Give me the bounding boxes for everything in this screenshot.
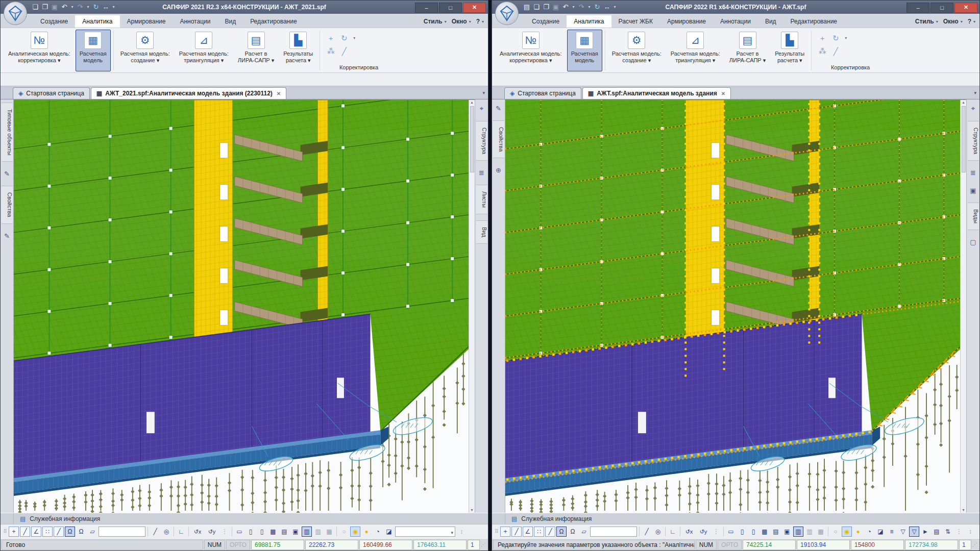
ribbon-tab-reinforcement[interactable]: Армирование: [660, 15, 713, 28]
scene-canvas[interactable]: [505, 100, 960, 513]
scroll-down-icon[interactable]: ▼: [962, 508, 965, 513]
toolbar-grip[interactable]: ⠿: [494, 527, 499, 537]
view-mode-current[interactable]: ▥: [793, 527, 803, 537]
scroll-handle[interactable]: [470, 106, 474, 172]
tool-align-mesh[interactable]: ╱: [337, 45, 351, 58]
database-icon[interactable]: ≣: [479, 169, 484, 177]
tool-merge-nodes[interactable]: ⁂: [816, 45, 829, 58]
rotate-x[interactable]: ↺x: [682, 527, 696, 537]
toolbar-icon[interactable]: [828, 527, 828, 536]
snap-line[interactable]: ╱: [20, 527, 30, 537]
view-mode-ghost[interactable]: ▥: [804, 527, 815, 537]
menu-help[interactable]: ?▾: [476, 18, 484, 25]
toolbar-icon[interactable]: [680, 527, 680, 536]
open-file-button[interactable]: ❐: [542, 3, 550, 12]
more-dots-2[interactable]: ⋮: [954, 527, 964, 537]
ortho-corner[interactable]: ∟: [176, 527, 186, 537]
btn-calc-results[interactable]: ▙Результаты расчета ▾: [279, 30, 317, 71]
edit-properties-icon[interactable]: ✎: [4, 232, 10, 240]
ortho-corner[interactable]: ∟: [668, 527, 678, 537]
ribbon-tab-view[interactable]: Вид: [217, 15, 243, 28]
new-file-button[interactable]: ❏: [532, 3, 541, 12]
ribbon-tab-annotations[interactable]: Аннотации: [173, 15, 217, 28]
tool-copy-rotate[interactable]: ↻: [337, 32, 351, 45]
axes-icon[interactable]: ⌖: [971, 105, 975, 113]
view-parallelepiped[interactable]: ▭: [726, 527, 736, 537]
ortho-indicator[interactable]: ОРТО: [226, 540, 250, 550]
filter-on[interactable]: ▽: [909, 527, 919, 537]
titlebar[interactable]: ▤❏❐▣↶▾↷▾↻↔▾ САПФИР 2022 R1 x64-КОНСТРУКЦ…: [492, 1, 979, 14]
redo-button[interactable]: ↷: [76, 3, 84, 12]
ribbon-tab-creation[interactable]: Создание: [33, 15, 75, 28]
tab-model[interactable]: ▦АЖТ.spf:Аналитическая модель здания✕: [582, 87, 731, 99]
service-info-bar[interactable]: ▤ Служебная информация: [492, 513, 979, 524]
draw-line[interactable]: ╱: [150, 527, 160, 537]
qat-customize-dropdown[interactable]: ▾: [612, 3, 617, 12]
snap-edge[interactable]: ╱: [54, 527, 64, 537]
document-icon[interactable]: ▢: [970, 238, 976, 246]
draw-circle[interactable]: ◎: [653, 527, 663, 537]
undo-dropdown[interactable]: ▾: [571, 3, 576, 12]
material-combo[interactable]: [395, 527, 455, 537]
rotate-y[interactable]: ↺y: [697, 527, 710, 537]
rotate-x[interactable]: ↺x: [191, 527, 204, 537]
panel-tab-properties[interactable]: Свойства: [493, 120, 504, 158]
view-mode-ghost[interactable]: ▥: [313, 527, 323, 537]
menu-help[interactable]: ?▾: [968, 18, 975, 25]
tab-list-dropdown-icon[interactable]: ▾: [482, 90, 485, 95]
ribbon-button[interactable]: [605, 31, 605, 70]
btn-calc-lira-sapr[interactable]: ▤Расчет в ЛИРА-САПР ▾: [234, 30, 278, 71]
view-box-open[interactable]: ▯: [737, 527, 747, 537]
minimize-button[interactable]: –: [906, 3, 929, 13]
search-icon[interactable]: ⊕: [496, 166, 501, 174]
btn-calc-model-create[interactable]: ⚙Расчетная модель: создание ▾: [116, 30, 174, 71]
save-button[interactable]: ▣: [552, 3, 560, 12]
coordinate-field[interactable]: [99, 527, 145, 537]
snap-points[interactable]: ∷: [534, 527, 544, 537]
view-mode-grid[interactable]: ▦: [816, 527, 826, 537]
panel-tab-structure[interactable]: Структура: [476, 121, 487, 161]
undo-button[interactable]: ↶: [561, 3, 570, 12]
ribbon-tab-creation[interactable]: Создание: [525, 15, 567, 28]
tool-copy-rotate[interactable]: ↻: [829, 32, 842, 45]
app-logo-icon[interactable]: [495, 2, 519, 25]
ribbon-tab-editing[interactable]: Редактирование: [243, 15, 304, 28]
btn-analytic-model-adjust[interactable]: №Аналитическая модель: корректировка ▾: [4, 30, 75, 71]
app-logo-icon[interactable]: [4, 2, 27, 25]
filter-off[interactable]: ▽: [898, 527, 908, 537]
view-parallelepiped[interactable]: ▭: [234, 527, 244, 537]
btn-calc-model-create[interactable]: ⚙Расчетная модель: создание ▾: [608, 30, 666, 71]
close-tab-icon[interactable]: ✕: [721, 91, 725, 96]
view-box-dashed[interactable]: ▣: [782, 527, 792, 537]
snap-grid[interactable]: +: [9, 527, 19, 537]
tool-move-nodes[interactable]: +: [816, 32, 829, 45]
ribbon-tab-rc-calc[interactable]: Расчет ЖБК: [611, 15, 660, 28]
vertical-scrollbar[interactable]: ▲ ▼: [960, 100, 966, 513]
snap-angle[interactable]: ∠: [31, 527, 41, 537]
list-view[interactable]: ▤: [932, 527, 942, 537]
menu-window[interactable]: Окно▾: [452, 18, 471, 25]
num-lock-indicator[interactable]: NUM: [204, 540, 225, 550]
snap-line[interactable]: ╱: [511, 527, 522, 537]
btn-calc-results[interactable]: ▙Результаты расчета ▾: [771, 30, 808, 71]
save-button[interactable]: ▣: [51, 3, 59, 12]
toolbar-icon[interactable]: [174, 527, 174, 536]
magnet-lock[interactable]: Ω: [76, 527, 86, 537]
panel-tab-views[interactable]: Виды: [968, 203, 979, 230]
toolbar-icon[interactable]: [639, 527, 640, 536]
tab-start-page[interactable]: ◈Стартовая страница: [13, 87, 90, 99]
redo-dropdown[interactable]: ▾: [86, 3, 90, 12]
view-mode-current[interactable]: ▥: [302, 527, 312, 537]
workplane-button[interactable]: ▱: [87, 527, 97, 537]
more-dots[interactable]: ⋮: [219, 527, 230, 537]
viewport-3d[interactable]: ▲ ▼: [505, 99, 966, 513]
ribbon-tab-analytics[interactable]: Аналитика: [75, 15, 119, 28]
ribbon-tab-editing[interactable]: Редактирование: [783, 15, 844, 28]
scroll-handle[interactable]: [962, 106, 966, 172]
undo-dropdown[interactable]: ▾: [70, 3, 75, 12]
menu-style[interactable]: Стиль▾: [915, 18, 938, 25]
viewport-3d[interactable]: ▲ ▼: [14, 99, 475, 513]
database-icon[interactable]: ≣: [970, 169, 976, 177]
view-box-dashed[interactable]: ▣: [290, 527, 301, 537]
rotate-y[interactable]: ↺y: [205, 527, 218, 537]
